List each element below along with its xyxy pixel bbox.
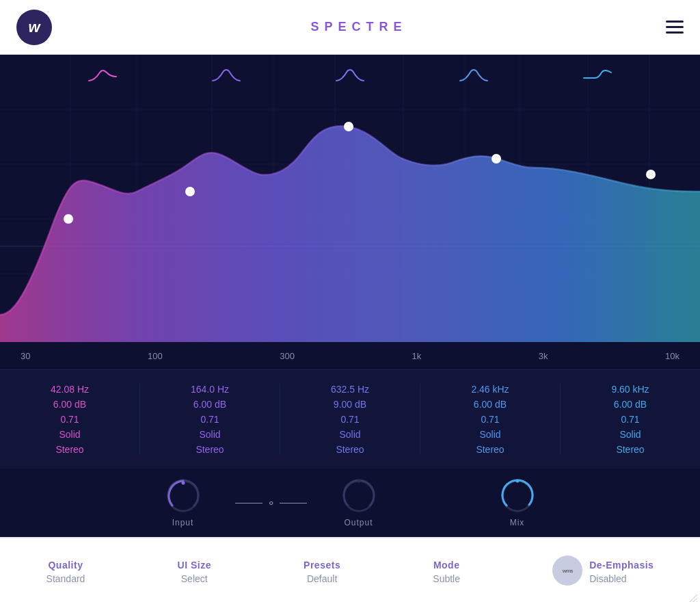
band-4-freq[interactable]: 2.46 kHz: [471, 384, 509, 395]
band-4-gain[interactable]: 6.00 dB: [474, 399, 507, 410]
freq-label-100: 100: [148, 351, 163, 361]
controls-row: Input ⚬ Output Mix: [0, 469, 700, 537]
freq-label-1k: 1k: [412, 351, 421, 361]
footer-quality[interactable]: Quality Standard: [46, 560, 85, 584]
band-2-freq[interactable]: 164.0 Hz: [191, 384, 229, 395]
svg-line-21: [689, 594, 697, 602]
filter-icon-bell-1[interactable]: [211, 67, 241, 89]
svg-point-16: [181, 482, 185, 485]
input-label: Input: [172, 518, 194, 527]
band-3-channel[interactable]: Stereo: [336, 444, 364, 455]
band-2-q[interactable]: 0.71: [200, 414, 219, 425]
band-point-4: [492, 154, 501, 163]
footer: Quality Standard UI Size Select Presets …: [0, 537, 700, 602]
hamburger-line: [666, 21, 684, 23]
connector-line-right: [280, 503, 307, 503]
mode-label: Mode: [433, 560, 460, 571]
freq-label-3k: 3k: [539, 351, 548, 361]
quality-value: Standard: [46, 573, 85, 584]
band-5-freq[interactable]: 9.60 kHz: [611, 384, 649, 395]
band-1-freq[interactable]: 42.08 Hz: [51, 384, 89, 395]
band-2-gain[interactable]: 6.00 dB: [193, 399, 226, 410]
mix-knob-group: Mix: [500, 478, 535, 527]
band-4-channel[interactable]: Stereo: [476, 444, 504, 455]
filter-icons-row: [0, 55, 700, 89]
freq-label-300: 300: [280, 351, 295, 361]
input-knob-group: Input: [165, 478, 201, 527]
footer-mode[interactable]: Mode Subtle: [433, 560, 460, 584]
band-3-mode[interactable]: Solid: [339, 429, 360, 440]
band-point-3: [344, 122, 353, 131]
quality-label: Quality: [48, 560, 83, 571]
output-label: Output: [344, 518, 373, 527]
eq-display: 30 100 300 1k 3k 10k: [0, 55, 700, 369]
filter-icon-high-shelf[interactable]: [582, 67, 612, 89]
ui-size-value: Select: [181, 573, 208, 584]
band-1-gain[interactable]: 6.00 dB: [53, 399, 86, 410]
de-emphasis-label: De-Emphasis: [589, 560, 654, 571]
footer-de-emphasis[interactable]: wms De-Emphasis Disabled: [552, 555, 654, 588]
band-4-params: 2.46 kHz 6.00 dB 0.71 Solid Stereo: [420, 384, 561, 455]
band-point-5: [646, 170, 656, 179]
input-knob[interactable]: [165, 478, 201, 514]
presets-value: Default: [307, 573, 337, 584]
hamburger-menu-button[interactable]: [666, 21, 684, 34]
band-4-mode[interactable]: Solid: [479, 429, 500, 440]
de-emphasis-icon-text: wms: [563, 568, 573, 574]
band-4-q[interactable]: 0.71: [481, 414, 499, 425]
footer-ui-size[interactable]: UI Size Select: [178, 560, 211, 584]
resize-handle[interactable]: [688, 593, 697, 602]
hamburger-line: [666, 31, 684, 34]
band-5-gain[interactable]: 6.00 dB: [614, 399, 647, 410]
output-knob-group: Output: [341, 478, 377, 527]
mix-label: Mix: [510, 518, 525, 527]
params-panel: 42.08 Hz 6.00 dB 0.71 Solid Stereo 164.0…: [0, 369, 700, 469]
header: w SPECTRE: [0, 0, 700, 55]
band-3-gain[interactable]: 9.00 dB: [334, 399, 366, 410]
svg-point-20: [515, 480, 519, 483]
svg-point-18: [357, 480, 360, 483]
io-connector: ⚬: [235, 497, 307, 510]
footer-presets[interactable]: Presets Default: [304, 560, 340, 584]
band-1-channel[interactable]: Stereo: [55, 444, 83, 455]
filter-icon-bell-3[interactable]: [459, 67, 489, 89]
band-1-q[interactable]: 0.71: [60, 414, 79, 425]
band-point-1: [64, 214, 73, 224]
band-2-params: 164.0 Hz 6.00 dB 0.71 Solid Stereo: [140, 384, 280, 455]
mix-knob[interactable]: [500, 478, 535, 514]
band-2-mode[interactable]: Solid: [199, 429, 220, 440]
band-3-params: 632.5 Hz 9.00 dB 0.71 Solid Stereo: [280, 384, 420, 455]
band-5-channel[interactable]: Stereo: [616, 444, 644, 455]
filter-icon-low-shelf[interactable]: [88, 67, 118, 89]
hamburger-line: [666, 26, 684, 28]
band-3-q[interactable]: 0.71: [340, 414, 359, 425]
band-point-2: [185, 187, 195, 196]
band-2-channel[interactable]: Stereo: [196, 444, 224, 455]
logo[interactable]: w: [16, 10, 52, 45]
band-5-params: 9.60 kHz 6.00 dB 0.71 Solid Stereo: [561, 384, 700, 455]
de-emphasis-toggle[interactable]: wms: [552, 555, 582, 586]
ui-size-label: UI Size: [178, 560, 211, 571]
link-icon: ⚬: [267, 497, 275, 510]
frequency-axis: 30 100 300 1k 3k 10k: [0, 342, 700, 369]
app-title: SPECTRE: [310, 20, 407, 34]
band-5-q[interactable]: 0.71: [621, 414, 639, 425]
de-emphasis-row: wms De-Emphasis Disabled: [552, 555, 654, 588]
freq-label-30: 30: [21, 351, 30, 361]
connector-line-left: [235, 503, 262, 503]
band-5-mode[interactable]: Solid: [619, 429, 641, 440]
de-emphasis-value: Disabled: [589, 573, 626, 584]
filter-icon-bell-2[interactable]: [335, 67, 365, 89]
band-3-freq[interactable]: 632.5 Hz: [331, 384, 369, 395]
output-knob[interactable]: [341, 478, 377, 514]
freq-label-10k: 10k: [665, 351, 679, 361]
mode-value: Subtle: [433, 573, 460, 584]
band-1-mode[interactable]: Solid: [59, 429, 80, 440]
presets-label: Presets: [304, 560, 340, 571]
band-1-params: 42.08 Hz 6.00 dB 0.71 Solid Stereo: [0, 384, 140, 455]
